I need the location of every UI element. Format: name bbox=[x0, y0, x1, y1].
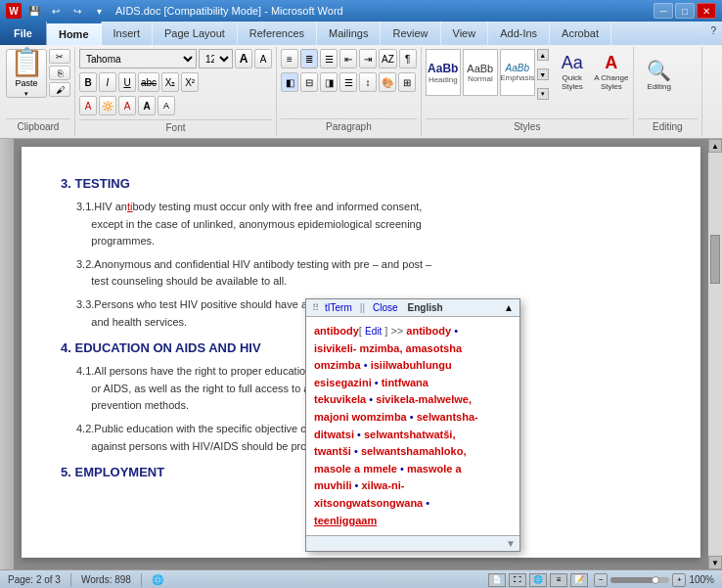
increase-indent-button[interactable]: ⇥ bbox=[359, 49, 377, 68]
tab-acrobat[interactable]: Acrobat bbox=[550, 22, 611, 45]
scroll-thumb[interactable] bbox=[710, 235, 720, 284]
help-icon[interactable]: ? bbox=[704, 22, 722, 45]
popup-sep-5: • bbox=[407, 411, 417, 423]
sort-button[interactable]: AZ bbox=[379, 49, 397, 68]
align-left-button[interactable]: ◧ bbox=[281, 72, 298, 92]
popup-content[interactable]: antibody[ Edit ] >> antibody • isivikeli… bbox=[306, 317, 519, 535]
style-box-1[interactable]: AaBb Heading bbox=[426, 49, 461, 96]
style-box-3[interactable]: AaBb Emphasis bbox=[500, 49, 535, 96]
status-right: 📄 ⛶ 🌐 ≡ 📝 − + 100% bbox=[488, 573, 714, 587]
font-content: Tahoma 12 A A B I U abc X₂ X² bbox=[79, 49, 272, 117]
multilevel-list-button[interactable]: ☰ bbox=[320, 49, 338, 68]
change-styles-button[interactable]: A A Change Styles bbox=[594, 49, 629, 94]
grow-font-button[interactable]: A bbox=[235, 49, 252, 68]
shading-button[interactable]: 🎨 bbox=[379, 72, 396, 92]
show-hide-button[interactable]: ¶ bbox=[399, 49, 417, 68]
align-right-button[interactable]: ◨ bbox=[320, 72, 338, 92]
font-color-button[interactable]: A bbox=[118, 96, 136, 115]
borders-button[interactable]: ⊞ bbox=[398, 72, 416, 92]
scroll-down-button[interactable]: ▼ bbox=[708, 556, 722, 569]
outline-button[interactable]: ≡ bbox=[550, 573, 567, 587]
font-size-select[interactable]: 12 bbox=[199, 49, 233, 68]
item-3-1-text: 3.1.HIV antibody testing must occur only… bbox=[76, 199, 661, 250]
subscript-button[interactable]: X₂ bbox=[161, 72, 179, 92]
tab-home[interactable]: Home bbox=[47, 22, 102, 45]
styles-down-button[interactable]: ▼ bbox=[537, 68, 549, 80]
bullets-button[interactable]: ≡ bbox=[281, 49, 298, 68]
restore-button[interactable]: □ bbox=[675, 3, 695, 19]
strikethrough-button[interactable]: abc bbox=[138, 72, 159, 92]
format-painter-button[interactable]: 🖌 bbox=[49, 82, 70, 97]
scroll-track[interactable] bbox=[708, 153, 722, 556]
line-spacing-button[interactable]: ↕ bbox=[359, 72, 377, 92]
qat-undo[interactable]: ↩ bbox=[47, 2, 65, 20]
section-3-title: TESTING bbox=[74, 176, 129, 191]
full-screen-button[interactable]: ⛶ bbox=[509, 573, 526, 587]
font-row-3: A 🔆 A A A bbox=[79, 96, 175, 115]
zoom-out-button[interactable]: − bbox=[594, 573, 608, 587]
popup-dot-1: • bbox=[451, 325, 458, 337]
highlight-button[interactable]: 🔆 bbox=[99, 96, 116, 115]
tab-page-layout[interactable]: Page Layout bbox=[153, 22, 238, 45]
section-5-title: EMPLOYMENT bbox=[74, 465, 164, 479]
popup-edit-link[interactable]: Edit bbox=[365, 326, 382, 337]
popup-sep-4: • bbox=[366, 393, 376, 405]
font-size-up[interactable]: A bbox=[138, 96, 156, 115]
copy-button[interactable]: ⎘ bbox=[49, 66, 70, 80]
popup-close-link[interactable]: Close bbox=[373, 302, 398, 313]
qat-save[interactable]: 💾 bbox=[25, 2, 43, 20]
scroll-up-button[interactable]: ▲ bbox=[708, 139, 722, 153]
tab-references[interactable]: References bbox=[238, 22, 317, 45]
decrease-indent-button[interactable]: ⇤ bbox=[339, 49, 357, 68]
styles-up-button[interactable]: ▲ bbox=[537, 49, 549, 61]
paste-button[interactable]: 📋 Paste ▾ bbox=[6, 49, 47, 98]
editing-button[interactable]: 🔍 Editing bbox=[638, 49, 681, 100]
zoom-track[interactable] bbox=[610, 577, 669, 583]
title-bar: W 💾 ↩ ↪ ▾ AIDS.doc [Compatibility Mode] … bbox=[0, 0, 722, 22]
style-box-2[interactable]: AaBb Normal bbox=[463, 49, 498, 96]
zoom-in-button[interactable]: + bbox=[672, 573, 686, 587]
superscript-button[interactable]: X² bbox=[181, 72, 199, 92]
section-3-item-2: 3.2.Anonymous and confidential HIV antib… bbox=[61, 256, 661, 291]
popup-titerm-link[interactable]: tITerm bbox=[325, 302, 352, 313]
cut-button[interactable]: ✂ bbox=[49, 49, 70, 64]
popup-scroll-down[interactable]: ▼ bbox=[506, 538, 516, 549]
bold-button[interactable]: B bbox=[79, 72, 97, 92]
align-center-button[interactable]: ⊟ bbox=[300, 72, 318, 92]
justify-button[interactable]: ☰ bbox=[339, 72, 357, 92]
tab-insert[interactable]: Insert bbox=[102, 22, 154, 45]
tab-mailings[interactable]: Mailings bbox=[317, 22, 381, 45]
clear-format-button[interactable]: A bbox=[79, 96, 97, 115]
tab-view[interactable]: View bbox=[441, 22, 489, 45]
view-buttons: 📄 ⛶ 🌐 ≡ 📝 bbox=[488, 573, 588, 587]
status-divider-1 bbox=[70, 573, 71, 587]
font-size-down[interactable]: A bbox=[158, 96, 175, 115]
qat-redo[interactable]: ↪ bbox=[68, 2, 86, 20]
numbering-button[interactable]: ≣ bbox=[300, 49, 318, 68]
window-controls: ─ □ ✕ bbox=[654, 3, 716, 19]
shrink-font-button[interactable]: A bbox=[254, 49, 272, 68]
italic-button[interactable]: I bbox=[99, 72, 116, 92]
section-5-number: 5. bbox=[61, 465, 74, 479]
underline-button[interactable]: U bbox=[118, 72, 136, 92]
draft-button[interactable]: 📝 bbox=[570, 573, 588, 587]
tab-addins[interactable]: Add-Ins bbox=[488, 22, 550, 45]
print-layout-button[interactable]: 📄 bbox=[488, 573, 506, 587]
styles-more-button[interactable]: ▾ bbox=[537, 88, 549, 100]
styles-nav: ▲ ▼ ▾ bbox=[537, 49, 549, 100]
ribbon-expand[interactable] bbox=[611, 22, 704, 45]
qat-dropdown[interactable]: ▾ bbox=[90, 2, 108, 20]
web-layout-button[interactable]: 🌐 bbox=[529, 573, 547, 587]
language-status: 🌐 bbox=[152, 574, 163, 585]
font-label: Font bbox=[79, 119, 272, 135]
close-button[interactable]: ✕ bbox=[697, 3, 716, 19]
paste-dropdown-arrow[interactable]: ▾ bbox=[24, 90, 28, 98]
quick-styles-button[interactable]: Aa Quick Styles bbox=[555, 49, 590, 94]
zoom-thumb[interactable] bbox=[652, 576, 659, 584]
document-main[interactable]: 3. TESTING 3.1.HIV antibody testing must… bbox=[14, 139, 708, 569]
tab-file[interactable]: File bbox=[0, 22, 47, 45]
popup-scroll-up[interactable]: ▲ bbox=[504, 302, 514, 313]
font-name-select[interactable]: Tahoma bbox=[79, 49, 197, 68]
tab-review[interactable]: Review bbox=[381, 22, 440, 45]
minimize-button[interactable]: ─ bbox=[654, 3, 673, 19]
